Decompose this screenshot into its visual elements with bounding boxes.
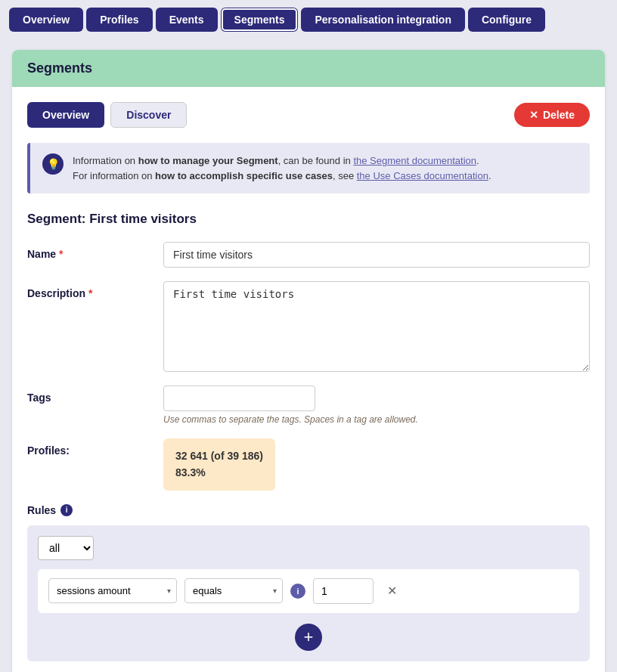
name-required: * [59,248,63,260]
use-cases-docs-link[interactable]: the Use Cases documentation [357,170,488,181]
segments-card: Segments Overview Discover ✕ Delete 💡 In… [12,50,605,672]
top-navigation: Overview Profiles Events Segments Person… [0,0,617,39]
lightbulb-icon: 💡 [42,153,64,175]
info-box: 💡 Information on how to manage your Segm… [27,143,590,194]
info-text: Information on how to manage your Segmen… [73,153,491,183]
delete-x-icon: ✕ [529,109,538,121]
profiles-label: Profiles: [27,438,163,457]
segment-title: Segment: First time visitors [27,212,590,227]
rules-section: Rules i all any none [27,504,590,661]
subtab-overview[interactable]: Overview [27,102,104,128]
sessions-select[interactable]: sessions amount [48,578,177,603]
rule-info-icon[interactable]: i [290,584,305,599]
segments-card-header: Segments [12,50,605,87]
profiles-box: 32 641 (of 39 186) 83.3% [163,438,275,491]
rule-close-button[interactable]: ✕ [381,581,402,602]
description-field-group: Description * First time visitors [27,281,590,372]
equals-select-wrapper: equals not equals greater than less than… [184,578,283,603]
subtab-discover[interactable]: Discover [110,102,187,128]
name-label: Name * [27,242,163,260]
description-input[interactable]: First time visitors [163,281,590,372]
rules-container: all any none sessions amount ▾ [27,525,590,661]
nav-profiles[interactable]: Profiles [86,8,152,32]
segments-card-body: Overview Discover ✕ Delete 💡 Information… [12,87,605,672]
add-rule-button[interactable]: + [295,624,322,651]
nav-personalisation[interactable]: Personalisation integration [301,8,464,32]
all-select[interactable]: all any none [38,536,94,560]
description-label: Description * [27,281,163,299]
rule-value-input[interactable] [313,578,374,604]
tags-hint: Use commas to separate the tags. Spaces … [163,414,590,425]
segments-title: Segments [27,60,92,76]
description-required: * [88,287,92,299]
profiles-field-group: Profiles: 32 641 (of 39 186) 83.3% [27,438,590,491]
all-select-wrapper: all any none [38,536,579,560]
nav-events[interactable]: Events [156,8,218,32]
segment-docs-link[interactable]: the Segment documentation [353,155,476,166]
delete-button[interactable]: ✕ Delete [514,103,590,127]
tags-field-wrapper: Use commas to separate the tags. Spaces … [163,386,590,425]
rules-label: Rules i [27,504,590,516]
nav-segments[interactable]: Segments [221,8,299,32]
main-content: Segments Overview Discover ✕ Delete 💡 In… [0,39,617,672]
delete-label: Delete [543,109,575,121]
name-field-group: Name * [27,242,590,268]
name-input[interactable] [163,242,590,268]
rule-row: sessions amount ▾ equals not equals grea… [38,569,579,613]
add-rule-wrapper: + [38,624,579,651]
tags-input[interactable] [163,386,315,411]
subtabs-row: Overview Discover ✕ Delete [27,102,590,128]
subtabs: Overview Discover [27,102,187,128]
profiles-percent: 83.3% [175,466,206,478]
nav-overview[interactable]: Overview [9,8,83,32]
tags-label: Tags [27,386,163,404]
equals-select[interactable]: equals not equals greater than less than [184,578,283,603]
rules-info-icon[interactable]: i [60,504,73,516]
nav-configure[interactable]: Configure [468,8,545,32]
sessions-select-wrapper: sessions amount ▾ [48,578,177,603]
profiles-value: 32 641 (of 39 186) [175,450,263,462]
tags-field-group: Tags Use commas to separate the tags. Sp… [27,386,590,425]
